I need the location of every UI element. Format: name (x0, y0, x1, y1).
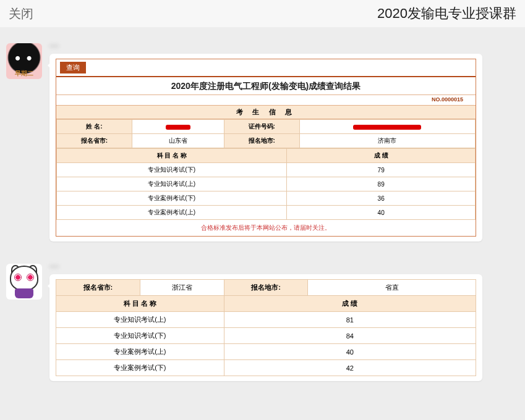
close-button[interactable]: 关闭 (9, 6, 33, 22)
avatar-caption: 早期二 (6, 69, 42, 78)
score-cell: 81 (224, 312, 476, 328)
table-row: 专业案例考试(下)36 (57, 191, 476, 206)
city-value: 省直 (308, 280, 476, 296)
city-label: 报名地市: (224, 280, 308, 296)
table-row: 报名省市: 山东省 报名地市: 济南市 (57, 134, 476, 148)
table-row: 报名省市: 浙江省 报名地市: 省直 (56, 280, 476, 296)
table-row: 专业案例考试(上)40 (57, 206, 476, 220)
table-row: 专业案例考试(上)40 (56, 344, 476, 360)
subject-header: 科 目 名 称 (56, 296, 224, 312)
table-row: 专业知识考试(下)79 (57, 163, 476, 177)
province-value: 浙江省 (140, 280, 224, 296)
avatar[interactable]: 早期二 (6, 43, 42, 79)
chat-header: 关闭 2020发输电专业授课群 (0, 0, 525, 27)
province-value: 山东省 (132, 134, 224, 148)
redacted-id (353, 125, 421, 130)
table-row: 专业案例考试(下)42 (56, 360, 476, 376)
candidate-info-table: 姓 名: 证件号码: 报名省市: 山东省 报名地市: 济南市 (56, 119, 476, 148)
subject-cell: 专业知识考试(下) (57, 163, 287, 177)
score-table: 报名省市: 浙江省 报名地市: 省直 科 目 名 称 成 绩 专业知识考试(上)… (56, 279, 476, 376)
chat-message: 早期二 — 查询 2020年度注册电气工程师(发输变电)成绩查询结果 NO.00… (6, 40, 519, 242)
city-label: 报名地市: (224, 134, 299, 148)
chat-message: — 报名省市: 浙江省 报名地市: 省直 科 目 名 称 成 绩 专业知识考试(… (6, 260, 519, 381)
table-row: 专业知识考试(上)81 (56, 312, 476, 328)
subject-cell: 专业案例考试(上) (57, 206, 287, 220)
table-row: 科 目 名 称 成 绩 (57, 149, 476, 163)
name-value (132, 120, 224, 134)
score-cell: 79 (287, 163, 476, 177)
chat-body: 早期二 — 查询 2020年度注册电气工程师(发输变电)成绩查询结果 NO.00… (0, 27, 525, 412)
subject-header: 科 目 名 称 (57, 149, 287, 163)
id-label: 证件号码: (224, 120, 299, 134)
city-value: 济南市 (299, 134, 475, 148)
province-label: 报名省市: (57, 134, 132, 148)
table-row: 专业知识考试(上)89 (57, 177, 476, 191)
table-row: 科 目 名 称 成 绩 (56, 296, 476, 312)
score-cell: 42 (224, 360, 476, 376)
sender-name: — (49, 40, 519, 50)
score-result-card: 查询 2020年度注册电气工程师(发输变电)成绩查询结果 NO.0000015 … (56, 59, 476, 237)
result-footer-note: 合格标准发布后将于本网站公布，请届时关注。 (56, 220, 476, 236)
score-cell: 89 (287, 177, 476, 191)
province-label: 报名省市: (56, 280, 140, 296)
table-row: 姓 名: 证件号码: (57, 120, 476, 134)
doc-number: NO.0000015 (56, 95, 476, 105)
subject-cell: 专业案例考试(上) (56, 344, 224, 360)
candidate-info-header: 考 生 信 息 (56, 105, 476, 119)
result-title: 2020年度注册电气工程师(发输变电)成绩查询结果 (56, 76, 476, 95)
id-value (299, 120, 475, 134)
avatar[interactable] (6, 264, 42, 300)
redacted-name (166, 125, 190, 130)
subject-cell: 专业知识考试(下) (56, 328, 224, 344)
message-content: — 报名省市: 浙江省 报名地市: 省直 科 目 名 称 成 绩 专业知识考试(… (49, 260, 519, 381)
table-row: 专业知识考试(下)84 (56, 328, 476, 344)
score-cell: 84 (224, 328, 476, 344)
message-bubble[interactable]: 查询 2020年度注册电气工程师(发输变电)成绩查询结果 NO.0000015 … (49, 54, 482, 242)
subject-cell: 专业知识考试(上) (56, 312, 224, 328)
query-tab: 查询 (60, 62, 86, 74)
message-content: — 查询 2020年度注册电气工程师(发输变电)成绩查询结果 NO.000001… (49, 40, 519, 242)
chat-title: 2020发输电专业授课群 (33, 4, 516, 23)
subject-cell: 专业案例考试(下) (56, 360, 224, 376)
score-header: 成 绩 (224, 296, 476, 312)
name-label: 姓 名: (57, 120, 132, 134)
score-cell: 40 (287, 206, 476, 220)
subject-cell: 专业案例考试(下) (57, 191, 287, 206)
score-cell: 40 (224, 344, 476, 360)
score-table: 科 目 名 称 成 绩 专业知识考试(下)79 专业知识考试(上)89 专业案例… (56, 148, 476, 220)
score-header: 成 绩 (287, 149, 476, 163)
sender-name: — (49, 260, 519, 271)
subject-cell: 专业知识考试(上) (57, 177, 287, 191)
score-cell: 36 (287, 191, 476, 206)
message-bubble[interactable]: 报名省市: 浙江省 报名地市: 省直 科 目 名 称 成 绩 专业知识考试(上)… (49, 274, 482, 381)
